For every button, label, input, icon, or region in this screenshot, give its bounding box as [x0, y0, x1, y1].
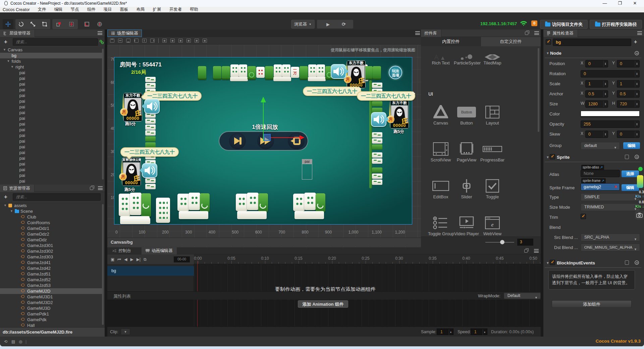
asset-item-GameJzd41[interactable]: GameJzd41 [0, 260, 102, 265]
animation-editor-tab[interactable]: 动画编辑器 [142, 247, 177, 254]
sample-input[interactable]: 1 [437, 329, 453, 335]
wrapmode-dropdown[interactable]: Default [504, 293, 541, 299]
menu-10[interactable]: 帮助 [186, 7, 202, 12]
hierarchy-item-pai[interactable]: pai [0, 127, 102, 133]
anchor-icon[interactable] [69, 21, 74, 27]
maximize-button[interactable]: ❐ [612, 0, 627, 7]
world-coord-icon[interactable] [97, 21, 102, 27]
hierarchy-item-pai[interactable]: pai [0, 150, 102, 155]
hierarchy-item-folds[interactable]: ▼folds [0, 58, 102, 64]
scale-tool-icon[interactable] [30, 21, 36, 27]
align-tool-1[interactable] [118, 39, 122, 43]
add-node-prop-button[interactable]: + [634, 39, 637, 45]
sprite-enabled-checkbox[interactable] [550, 154, 555, 159]
hierarchy-item-pai[interactable]: pai [0, 76, 102, 81]
gear-icon[interactable] [635, 155, 639, 159]
hierarchy-item-pai[interactable]: pai [0, 172, 102, 178]
open-install-path-button[interactable]: 打开程序安装路径 [590, 20, 642, 29]
close-button[interactable]: ✕ [628, 0, 642, 7]
menu-9[interactable]: 开发者 [165, 7, 186, 12]
lib-control-scrollview[interactable]: ScrollView [428, 141, 453, 162]
asset-item-GameMJ3D1[interactable]: GameMJ3D1 [0, 294, 102, 300]
clear-icon[interactable]: ✕ [614, 184, 618, 190]
menu-0[interactable]: Cocos Creator [0, 7, 34, 12]
asset-item-GameJzd52[interactable]: GameJzd52 [0, 277, 102, 283]
clip-dropdown[interactable]: ▼ [121, 329, 130, 335]
asset-item-GameMJ3D2[interactable]: GameMJ3D2 [0, 300, 102, 305]
lib-control-progressbar[interactable]: ProgressBar [480, 141, 505, 162]
scene-viewport[interactable]: 使用鼠标右键平移视窗焦点，使用滚轮缩放视图 700600500400300200… [107, 45, 421, 247]
hierarchy-item-pai[interactable]: pai [0, 104, 102, 110]
zoom-value[interactable]: 3 [517, 239, 533, 246]
align-tool-2[interactable] [126, 39, 130, 43]
lib-control-layout[interactable]: Layout [480, 104, 505, 126]
hierarchy-item-pai[interactable]: pai [0, 81, 102, 87]
atlas-input[interactable]: None [581, 170, 620, 177]
asset-item-Scene[interactable]: ▼Scene [0, 208, 102, 214]
hierarchy-scrollbar[interactable] [102, 49, 104, 180]
panel-menu-icon[interactable] [415, 31, 420, 35]
lib-control-pageview[interactable]: PageView [454, 141, 479, 162]
move-tool-button[interactable] [3, 19, 13, 29]
local-coord-icon[interactable] [84, 21, 90, 27]
align-tool-7[interactable] [162, 39, 167, 43]
asset-item-GameJzd51[interactable]: GameJzd51 [0, 271, 102, 277]
align-tool-3[interactable] [134, 39, 139, 43]
menu-8[interactable]: 扩展 [149, 7, 165, 12]
asset-item-GameMJ2D[interactable]: GameMJ2D [0, 288, 102, 294]
rotate-tool-icon[interactable] [18, 21, 24, 27]
play-anim-icon[interactable]: ▶ [130, 257, 133, 262]
refresh-status-icon[interactable]: ⟲ [4, 339, 7, 344]
lib-control-canvas[interactable]: Canvas [428, 104, 453, 126]
asset-item-GameJzd53[interactable]: GameJzd53 [0, 283, 102, 288]
gizmo-x-axis[interactable] [271, 137, 300, 138]
camera-overlay-icon[interactable] [635, 211, 644, 219]
hierarchy-item-pai[interactable]: pai [0, 110, 102, 115]
library-scrollbar[interactable] [538, 48, 539, 132]
menu-4[interactable]: 组件 [83, 7, 100, 12]
scene-editor-tab[interactable]: 场景编辑器 [107, 30, 142, 37]
node-active-checkbox[interactable] [546, 39, 551, 45]
panel-menu-icon[interactable] [98, 31, 102, 35]
hierarchy-item-pai[interactable]: pai [0, 144, 102, 150]
skip-start-icon[interactable]: ⏮ [117, 257, 121, 262]
panel-float-icon[interactable] [525, 32, 528, 35]
lib-control-editbox[interactable]: EditBox [428, 178, 453, 199]
add-animation-button[interactable]: 添加 Animation 组件 [298, 300, 348, 308]
doc-icon[interactable] [625, 155, 629, 159]
gear-icon[interactable] [635, 51, 639, 55]
open-project-folder-button[interactable]: 访问项目文件夹 [540, 20, 588, 29]
panel-menu-icon[interactable] [534, 31, 539, 35]
lib-control-webview[interactable]: eWebView [480, 215, 505, 236]
prev-frame-icon[interactable]: ◀ [124, 257, 127, 262]
hierarchy-item-bg[interactable]: bg [0, 53, 102, 58]
align-tool-5[interactable] [150, 39, 155, 43]
asset-item-GamePdk[interactable]: GamePdk [0, 317, 102, 322]
db-status-icon[interactable]: ▤ [11, 339, 15, 344]
minimize-button[interactable]: — [597, 0, 612, 7]
add-component-button[interactable]: 添加组件 [552, 300, 632, 308]
src-blend-dropdown[interactable]: SRC_ALPHA [581, 234, 640, 241]
rect-tool-icon[interactable] [42, 21, 47, 27]
current-frame-box[interactable]: 00-00 [174, 256, 190, 262]
asset-item-GameDdz1[interactable]: GameDdz1 [0, 226, 102, 231]
record-icon[interactable]: ▣ [111, 257, 114, 262]
align-tool-9[interactable] [178, 39, 183, 43]
align-tool-8[interactable] [170, 39, 175, 43]
create-asset-button[interactable]: + [4, 194, 7, 200]
next-frame-icon[interactable]: ▶| [137, 257, 141, 262]
lib-control-button[interactable]: ButtonButton [454, 104, 479, 126]
asset-item-GamePdk1[interactable]: GamePdk1 [0, 311, 102, 317]
lib-control-toggle[interactable]: Toggle [480, 178, 505, 199]
hierarchy-item-pai[interactable]: pai [0, 161, 102, 167]
eye-status-icon[interactable]: ◎ [19, 339, 22, 344]
lib-control-particlesyster[interactable]: ParticleSyster [454, 54, 479, 65]
trim-checkbox[interactable] [581, 214, 586, 219]
hierarchy-item-pai[interactable]: pai [0, 70, 102, 76]
lib-control-tiledmap[interactable]: TiledMap [480, 54, 505, 65]
menu-6[interactable]: 面板 [116, 7, 132, 12]
track-bg-node[interactable]: bg [107, 266, 194, 276]
hierarchy-item-pai[interactable]: pai [0, 115, 102, 121]
hierarchy-item-pai[interactable]: pai [0, 87, 102, 93]
asset-item-CoinRooms[interactable]: CoinRooms [0, 220, 102, 226]
